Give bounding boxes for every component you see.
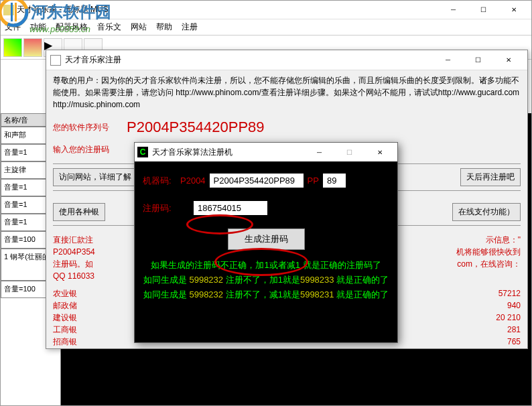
tool-2[interactable] — [23, 38, 42, 57]
maximize-button[interactable]: ☐ — [468, 1, 498, 19]
generate-button[interactable]: 生成注册码 — [228, 228, 305, 250]
pay-methods-button[interactable]: 使用各种银 — [53, 203, 105, 221]
serial-label: 您的软件序列号 — [53, 122, 127, 133]
regcode-input[interactable] — [194, 201, 267, 215]
main-titlebar: 天才音乐家 - 无标题.MUS ─ ☐ ✕ — [1, 1, 531, 19]
reg-close-button[interactable]: ✕ — [493, 51, 523, 70]
payment-info-right: 示信息：" 机将能够很快收到 com，在线咨询： 57212 940 20 21… — [456, 234, 521, 348]
pp-label: PP — [308, 176, 319, 186]
menu-site[interactable]: 网站 — [131, 21, 147, 33]
reg-maximize-button[interactable]: ☐ — [463, 51, 493, 70]
kg-minimize-button[interactable]: ─ — [304, 143, 334, 161]
kg-close-button[interactable]: ✕ — [364, 143, 395, 161]
app-icon — [3, 5, 14, 15]
register-titlebar[interactable]: 天才音乐家注册 ─ ☐ ✕ — [46, 50, 527, 70]
payment-info-left: 直接汇款注 P2004P354 注册码。如 QQ 116033 农业银 邮政储 … — [53, 234, 95, 348]
online-pay-button[interactable]: 在线支付功能） — [452, 203, 521, 221]
regcode-label: 注册码: — [143, 202, 194, 214]
pp-input[interactable] — [323, 174, 346, 188]
register-notice: 尊敬的用户：因为你的天才音乐家软件尚未注册，所以，您不能存储您所编辑的乐曲，而且… — [53, 74, 521, 111]
menu-func[interactable]: 功能 — [30, 21, 46, 33]
register-icon — [50, 55, 61, 66]
keygen-icon: C — [137, 147, 148, 157]
menu-file[interactable]: 文件 — [5, 21, 21, 33]
kg-maximize-button: ☐ — [334, 143, 364, 161]
menu-style[interactable]: 配器风格 — [56, 21, 88, 33]
register-title: 天才音乐家注册 — [65, 54, 433, 66]
later-button[interactable]: 天后再注册吧 — [460, 168, 521, 186]
keygen-titlebar[interactable]: C 天才音乐家算法注册机 ─ ☐ ✕ — [135, 143, 397, 161]
menubar: 文件 功能 配器风格 音乐文 网站 帮助 注册 — [1, 19, 531, 36]
close-button[interactable]: ✕ — [498, 1, 529, 19]
keygen-note: 如果生成的注册码不正确，加1或者减1 就是正确的注册码了 如同生成是 59982… — [143, 258, 389, 302]
machine-code-label: 机器码: — [143, 175, 180, 187]
menu-register[interactable]: 注册 — [182, 21, 198, 33]
reg-minimize-button[interactable]: ─ — [433, 51, 463, 70]
keygen-window: C 天才音乐家算法注册机 ─ ☐ ✕ 机器码: P2004 PP 注册码: 生成… — [134, 142, 398, 343]
machine-code-prefix: P2004 — [180, 176, 206, 186]
menu-help[interactable]: 帮助 — [156, 21, 172, 33]
tool-1[interactable] — [3, 38, 22, 57]
minimize-button[interactable]: ─ — [438, 1, 468, 19]
serial-value: P2004P354420PP89 — [127, 119, 265, 136]
visit-site-button[interactable]: 访问网站，详细了解 — [53, 168, 137, 186]
regno-label: 输入您的注册码 — [53, 144, 127, 155]
menu-music[interactable]: 音乐文 — [97, 21, 121, 33]
machine-code-input[interactable] — [210, 174, 304, 188]
keygen-title: 天才音乐家算法注册机 — [152, 147, 304, 158]
main-title-text: 天才音乐家 - 无标题.MUS — [17, 4, 438, 15]
